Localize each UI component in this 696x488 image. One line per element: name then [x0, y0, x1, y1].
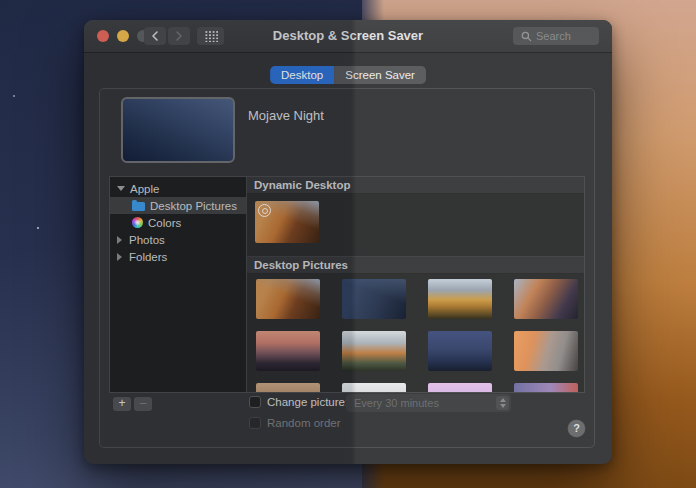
sidebar-item-label: Desktop Pictures [150, 200, 237, 212]
sidebar-item-apple[interactable]: Apple [110, 180, 246, 197]
wallpaper-thumb[interactable] [256, 279, 320, 319]
section-header-pictures: Desktop Pictures [247, 256, 584, 274]
random-order-checkbox[interactable] [249, 417, 261, 429]
current-wallpaper-preview [121, 97, 235, 163]
change-picture-label: Change picture: [267, 396, 348, 408]
change-picture-row: Change picture: [249, 396, 348, 408]
sidebar-item-label: Folders [129, 251, 167, 263]
nav-buttons [144, 27, 190, 45]
wallpaper-thumb[interactable] [514, 279, 578, 319]
wallpaper-thumb[interactable] [514, 383, 578, 392]
wallpaper-thumb[interactable] [428, 331, 492, 371]
sidebar-item-label: Colors [148, 217, 181, 229]
dynamic-desktop-badge-icon [258, 204, 271, 217]
wallpaper-browser: Apple Desktop Pictures Colors Photos [109, 176, 585, 393]
stepper-icon [496, 396, 509, 410]
wallpaper-thumb[interactable] [514, 331, 578, 371]
desktop-pictures-grid [247, 274, 584, 392]
color-wheel-icon [132, 217, 143, 228]
wallpaper-thumb[interactable] [342, 331, 406, 371]
random-order-label: Random order [267, 417, 341, 429]
wallpaper-thumb[interactable] [428, 279, 492, 319]
dynamic-desktop-section [247, 194, 584, 256]
folder-icon [132, 202, 145, 211]
titlebar[interactable]: Desktop & Screen Saver Search [84, 20, 612, 53]
grid-icon [204, 30, 218, 42]
tab-screen-saver[interactable]: Screen Saver [334, 66, 426, 84]
wallpaper-thumb[interactable] [256, 331, 320, 371]
show-all-button[interactable] [197, 27, 224, 45]
chevron-up-icon [500, 398, 506, 402]
wallpaper-thumb[interactable] [342, 383, 406, 392]
current-wallpaper-name: Mojave Night [248, 108, 324, 123]
chevron-right-icon [175, 31, 183, 41]
sidebar-item-label: Apple [130, 183, 159, 195]
picture-grid-pane: Dynamic Desktop Desktop Pictures [247, 177, 584, 392]
disclosure-closed-icon[interactable] [117, 236, 122, 244]
forward-button[interactable] [168, 27, 190, 45]
chevron-down-icon [500, 404, 506, 408]
close-button[interactable] [97, 30, 109, 42]
window-controls [97, 30, 149, 42]
help-button[interactable]: ? [568, 420, 585, 437]
wallpaper-thumb[interactable] [428, 383, 492, 392]
minimize-button[interactable] [117, 30, 129, 42]
search-input[interactable]: Search [513, 27, 599, 45]
search-placeholder: Search [536, 30, 571, 42]
system-preferences-window: Desktop & Screen Saver Search Desktop Sc… [84, 20, 612, 464]
search-icon [521, 31, 532, 42]
back-button[interactable] [144, 27, 166, 45]
sidebar-item-desktop-pictures[interactable]: Desktop Pictures [110, 197, 246, 214]
sidebar-item-colors[interactable]: Colors [110, 214, 246, 231]
disclosure-closed-icon[interactable] [117, 253, 122, 261]
desktop-pane: Mojave Night Apple Desktop Pictures Colo… [99, 88, 595, 448]
source-list: Apple Desktop Pictures Colors Photos [110, 177, 247, 392]
screen: Desktop & Screen Saver Search Desktop Sc… [0, 0, 696, 488]
add-remove-group: + – [113, 397, 152, 411]
interval-value: Every 30 minutes [346, 394, 511, 412]
chevron-left-icon [151, 31, 159, 41]
random-order-row: Random order [249, 417, 341, 429]
disclosure-open-icon[interactable] [117, 186, 125, 191]
remove-folder-button[interactable]: – [134, 397, 152, 411]
wallpaper-thumb[interactable] [256, 383, 320, 392]
change-picture-checkbox[interactable] [249, 396, 261, 408]
tab-bar: Desktop Screen Saver [270, 66, 426, 84]
wallpaper-thumb-mojave-dynamic[interactable] [255, 201, 319, 243]
tab-desktop[interactable]: Desktop [270, 66, 334, 84]
sidebar-item-label: Photos [129, 234, 165, 246]
interval-dropdown[interactable]: Every 30 minutes [346, 394, 511, 412]
add-folder-button[interactable]: + [113, 397, 131, 411]
section-header-dynamic: Dynamic Desktop [247, 177, 584, 194]
sidebar-item-photos[interactable]: Photos [110, 231, 246, 248]
wallpaper-thumb[interactable] [342, 279, 406, 319]
sidebar-item-folders[interactable]: Folders [110, 248, 246, 265]
